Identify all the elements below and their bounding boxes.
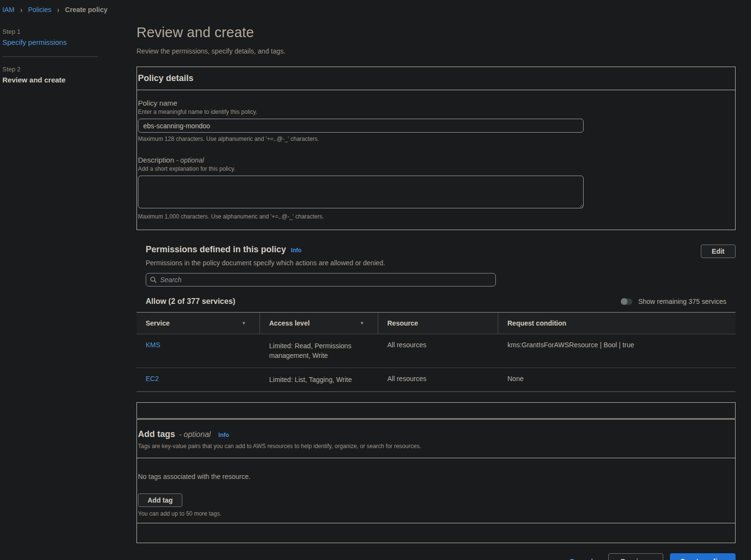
description-label-text: Description (138, 156, 174, 164)
description-label: Description - optional (138, 156, 727, 164)
service-cell: EC2 (137, 368, 260, 391)
breadcrumb-link-iam[interactable]: IAM (2, 6, 14, 14)
cancel-button[interactable]: Cancel (569, 557, 593, 560)
step-1-link[interactable]: Specify permissions (2, 38, 67, 46)
service-link-kms[interactable]: KMS (146, 341, 160, 349)
column-header-request-condition: Request condition (498, 313, 736, 334)
main-content: Review and create Review the permissions… (137, 14, 736, 560)
permissions-search-box[interactable] (146, 273, 496, 287)
permissions-title: Permissions defined in this policy (146, 245, 286, 255)
step-divider (2, 56, 98, 57)
permissions-search-input[interactable] (160, 276, 492, 284)
column-header-resource: Resource (378, 313, 498, 334)
column-header-access-level[interactable]: Access level ▼ (260, 313, 378, 334)
column-header-service-label: Service (146, 319, 170, 327)
access-level-text: Limited: Read, Permissions management, W… (269, 341, 361, 361)
column-header-service[interactable]: Service ▼ (137, 313, 260, 334)
services-table: Service ▼ Access level ▼ Resource Reques… (137, 312, 736, 392)
create-policy-button[interactable]: Create policy (670, 553, 736, 560)
resource-cell: All resources (378, 368, 498, 391)
access-level-text: Limited: List, Tagging, Write (269, 375, 361, 384)
empty-panel-strip (137, 402, 736, 419)
add-tags-panel: Add tags - optional Info Tags are key-va… (137, 419, 736, 543)
wizard-step-2: Step 2 Review and create (2, 66, 137, 84)
breadcrumb-link-policies[interactable]: Policies (28, 6, 51, 14)
policy-details-body: Policy name Enter a meaningful name to i… (137, 90, 735, 230)
filter-dropdown-icon[interactable]: ▼ (242, 321, 246, 326)
chevron-right-icon: › (20, 5, 22, 14)
add-tag-button[interactable]: Add tag (138, 493, 182, 507)
page-title: Review and create (137, 25, 736, 41)
table-row: EC2 Limited: List, Tagging, Write All re… (137, 368, 736, 391)
policy-details-header: Policy details (137, 67, 735, 90)
column-header-resource-label: Resource (387, 319, 418, 327)
column-header-access-level-label: Access level (269, 319, 310, 327)
edit-button[interactable]: Edit (701, 245, 736, 258)
policy-name-label: Policy name (138, 99, 727, 107)
services-table-header: Service ▼ Access level ▼ Resource Reques… (137, 313, 736, 334)
description-optional-text: - optional (176, 156, 204, 164)
request-condition-cell: kms:GrantIsForAWSResource | Bool | true (498, 334, 736, 368)
step-2-label: Step 2 (2, 66, 137, 73)
add-tags-subtitle: Tags are key-value pairs that you can ad… (138, 443, 727, 450)
add-tags-footer (137, 523, 735, 543)
request-condition-cell: None (498, 368, 736, 391)
table-row: KMS Limited: Read, Permissions managemen… (137, 334, 736, 368)
footer-actions: Cancel Previous Create policy (137, 553, 736, 560)
toggle-knob (621, 298, 628, 305)
permissions-subtitle: Permissions in the policy document speci… (146, 259, 385, 267)
description-field-group: Description - optional Add a short expla… (138, 156, 727, 220)
policy-name-input[interactable] (138, 119, 584, 133)
permissions-info-link[interactable]: Info (291, 247, 301, 254)
policy-name-description: Enter a meaningful name to identify this… (138, 109, 727, 115)
add-tags-body: No tags associated with the resource. Ad… (137, 458, 735, 523)
tags-limit-hint: You can add up to 50 more tags. (138, 510, 727, 518)
search-icon (150, 276, 157, 283)
show-remaining-services-label: Show remaining 375 services (638, 298, 726, 305)
breadcrumb: IAM › Policies › Create policy (0, 0, 751, 14)
page-subtitle: Review the permissions, specify details,… (137, 47, 736, 55)
no-tags-text: No tags associated with the resource. (138, 473, 727, 480)
access-level-cell: Limited: Read, Permissions management, W… (260, 334, 378, 368)
show-remaining-services-toggle[interactable] (621, 299, 632, 305)
add-tags-header: Add tags - optional Info Tags are key-va… (137, 420, 735, 458)
filter-dropdown-icon[interactable]: ▼ (360, 321, 364, 326)
add-tags-title: Add tags (138, 429, 175, 439)
add-tags-optional-text: - optional (179, 430, 211, 439)
step-2-current: Review and create (2, 76, 137, 84)
allow-services-heading: Allow (2 of 377 services) (146, 297, 235, 306)
wizard-steps-sidebar: Step 1 Specify permissions Step 2 Review… (0, 14, 137, 84)
description-hint: Maximum 1,000 characters. Use alphanumer… (138, 213, 727, 220)
access-level-cell: Limited: List, Tagging, Write (260, 368, 378, 391)
resource-cell: All resources (378, 334, 498, 368)
policy-name-field-group: Policy name Enter a meaningful name to i… (138, 99, 727, 142)
chevron-right-icon: › (57, 5, 59, 14)
policy-details-title: Policy details (138, 73, 193, 83)
description-description: Add a short explanation for this policy. (138, 165, 727, 172)
policy-details-panel: Policy details Policy name Enter a meani… (137, 67, 736, 230)
service-link-ec2[interactable]: EC2 (146, 375, 159, 382)
wizard-step-1: Step 1 Specify permissions (2, 28, 137, 47)
add-tags-info-link[interactable]: Info (218, 432, 229, 438)
column-header-request-condition-label: Request condition (507, 319, 566, 327)
permissions-section: Permissions defined in this policy Info … (137, 245, 736, 392)
policy-name-hint: Maximum 128 characters. Use alphanumeric… (138, 136, 727, 142)
step-1-label: Step 1 (2, 28, 137, 35)
description-textarea[interactable] (138, 176, 584, 208)
previous-button[interactable]: Previous (608, 553, 663, 560)
breadcrumb-current: Create policy (65, 6, 108, 14)
service-cell: KMS (137, 334, 260, 368)
